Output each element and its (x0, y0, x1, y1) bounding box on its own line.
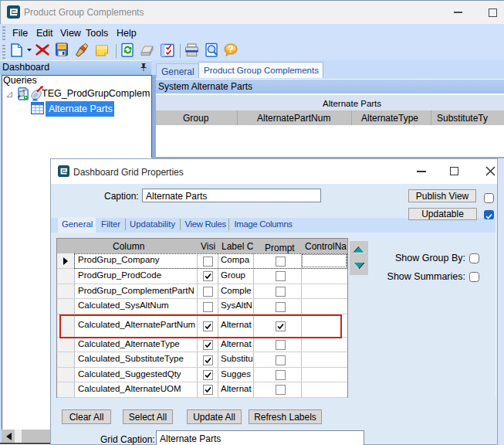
svg-text:?: ? (228, 44, 233, 55)
